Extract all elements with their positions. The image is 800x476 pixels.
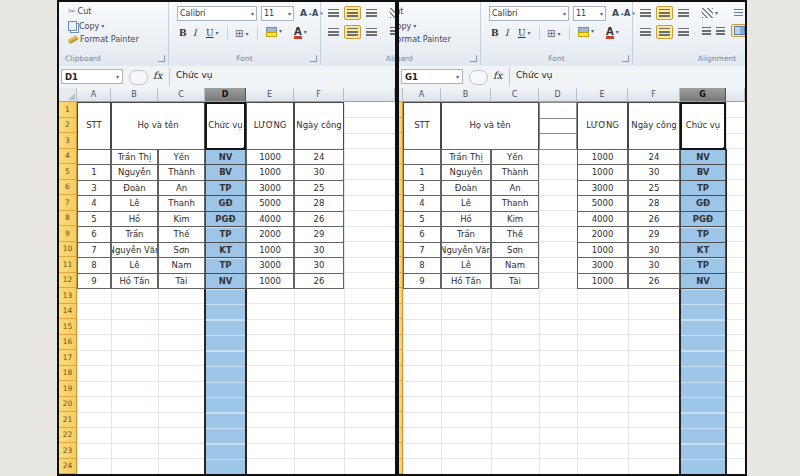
column-header-E[interactable]: E: [246, 88, 294, 102]
font-color-button[interactable]: A▾: [603, 24, 622, 39]
cell-F11[interactable]: 30: [628, 257, 680, 274]
cell-E11[interactable]: 3000: [246, 257, 294, 274]
empty-cell-D3[interactable]: [539, 133, 577, 150]
row-header-24[interactable]: [399, 459, 403, 475]
font-family-select[interactable]: Calibri▾: [177, 6, 257, 21]
cell-A4[interactable]: [77, 149, 111, 166]
header-cell-hoten[interactable]: Họ và tên: [441, 102, 539, 150]
cell-C7[interactable]: Thanh: [158, 195, 205, 212]
cell-E9[interactable]: 2000: [246, 226, 294, 243]
cell-F8[interactable]: 26: [628, 211, 680, 228]
column-header-F[interactable]: F: [628, 88, 680, 102]
cell-B9[interactable]: Trần: [111, 226, 158, 243]
empty-cell-D2[interactable]: [539, 118, 577, 135]
fill-handle[interactable]: [243, 147, 246, 150]
cell-A4[interactable]: [403, 149, 441, 166]
cell-A7[interactable]: 4: [77, 195, 111, 212]
cell-F5[interactable]: 30: [628, 164, 680, 181]
cell-B11[interactable]: Lê: [441, 257, 491, 274]
fx-icon[interactable]: fx: [493, 70, 502, 81]
row-header-16[interactable]: 16: [59, 335, 77, 351]
cell-D11[interactable]: TP: [205, 257, 246, 274]
row-header-7[interactable]: [399, 195, 403, 211]
cell-F7[interactable]: 28: [294, 195, 344, 212]
row-header-6[interactable]: 6: [59, 180, 77, 196]
cell-B7[interactable]: Lê: [111, 195, 158, 212]
column-header-A[interactable]: A: [77, 88, 111, 102]
cell-B5[interactable]: Nguyễn: [111, 164, 158, 181]
cell-C4[interactable]: Yến: [491, 149, 539, 166]
cell-E9[interactable]: 2000: [577, 226, 628, 243]
column-header-B[interactable]: B: [111, 88, 158, 102]
cell-C10[interactable]: Sơn: [158, 242, 205, 259]
cell-C11[interactable]: Nam: [491, 257, 539, 274]
row-header-6[interactable]: [399, 180, 403, 196]
cell-B12[interactable]: Hồ Tấn: [111, 273, 158, 290]
cell-D7[interactable]: GĐ: [205, 195, 246, 212]
row-header-16[interactable]: [399, 335, 403, 351]
cell-C6[interactable]: An: [158, 180, 205, 197]
row-header-11[interactable]: [399, 257, 403, 273]
cell-D6[interactable]: TP: [205, 180, 246, 197]
cell-A11[interactable]: 8: [77, 257, 111, 274]
decrease-indent-button[interactable]: [699, 25, 714, 37]
cell-E5[interactable]: 1000: [246, 164, 294, 181]
cell-B8[interactable]: Hồ: [441, 211, 491, 228]
header-cell-ngaycong[interactable]: Ngày công: [628, 102, 680, 150]
underline-button[interactable]: U▾: [203, 26, 222, 40]
cell-F8[interactable]: 26: [294, 211, 344, 228]
cell-F11[interactable]: 30: [294, 257, 344, 274]
cell-A5[interactable]: 1: [403, 164, 441, 181]
cell-G9[interactable]: TP: [680, 226, 726, 243]
cell-F6[interactable]: 25: [294, 180, 344, 197]
cell-D9[interactable]: TP: [205, 226, 246, 243]
row-header-21[interactable]: 21: [59, 412, 77, 428]
cell-A10[interactable]: 7: [77, 242, 111, 259]
dialog-launcher-icon[interactable]: [158, 55, 165, 62]
select-all-corner[interactable]: [59, 88, 77, 102]
cell-G8[interactable]: PGĐ: [680, 211, 726, 228]
column-header-F[interactable]: F: [294, 88, 344, 102]
cell-F12[interactable]: 26: [294, 273, 344, 290]
row-header-3[interactable]: [399, 133, 403, 149]
cell-B7[interactable]: Lê: [441, 195, 491, 212]
cell-B10[interactable]: Nguyễn Văn: [441, 242, 491, 259]
align-right-button[interactable]: [675, 25, 692, 39]
cell-C11[interactable]: Nam: [158, 257, 205, 274]
cell-G7[interactable]: GĐ: [680, 195, 726, 212]
cell-E8[interactable]: 4000: [577, 211, 628, 228]
orientation-button[interactable]: ▾: [387, 6, 395, 20]
underline-button[interactable]: U▾: [515, 26, 534, 40]
row-header-1[interactable]: 1: [59, 102, 77, 118]
cell-E4[interactable]: 1000: [577, 149, 628, 166]
row-header-4[interactable]: [399, 149, 403, 165]
column-header-B[interactable]: B: [441, 88, 491, 102]
row-header-15[interactable]: [399, 319, 403, 335]
cell-B4[interactable]: Trần Thị: [111, 149, 158, 166]
cell-E10[interactable]: 1000: [577, 242, 628, 259]
fill-color-button[interactable]: ▾: [575, 25, 597, 37]
cell-B12[interactable]: Hồ Tấn: [441, 273, 491, 290]
bottom-align-button[interactable]: [675, 6, 692, 20]
cell-A10[interactable]: 7: [403, 242, 441, 259]
font-family-select[interactable]: Calibri▾: [489, 6, 569, 21]
column-header-C[interactable]: C: [158, 88, 205, 102]
cell-A7[interactable]: 4: [403, 195, 441, 212]
row-header-20[interactable]: 20: [59, 397, 77, 413]
decrease-indent-button[interactable]: [387, 25, 395, 37]
fill-handle[interactable]: [723, 147, 726, 150]
cell-F9[interactable]: 29: [628, 226, 680, 243]
cell-D4[interactable]: NV: [205, 149, 246, 166]
row-header-11[interactable]: 11: [59, 257, 77, 273]
cell-C5[interactable]: Thành: [158, 164, 205, 181]
cell-C7[interactable]: Thanh: [491, 195, 539, 212]
header-cell-stt[interactable]: STT: [403, 102, 441, 150]
row-header-9[interactable]: 9: [59, 226, 77, 242]
cell-B11[interactable]: Lê: [111, 257, 158, 274]
cell-F12[interactable]: 26: [628, 273, 680, 290]
cell-A5[interactable]: 1: [77, 164, 111, 181]
format-painter-button[interactable]: Format Painter: [399, 33, 454, 46]
cell-E4[interactable]: 1000: [246, 149, 294, 166]
cell-E6[interactable]: 3000: [246, 180, 294, 197]
cell-G10[interactable]: KT: [680, 242, 726, 259]
